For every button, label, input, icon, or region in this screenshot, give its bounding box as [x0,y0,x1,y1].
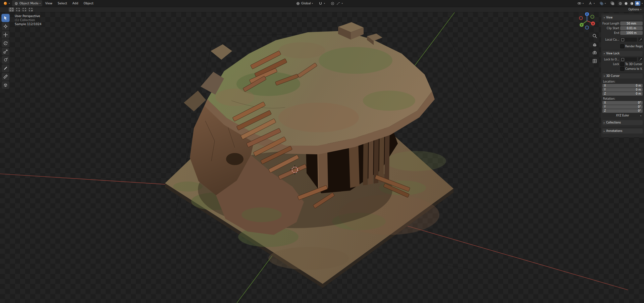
measure-ruler-icon [3,74,8,79]
editor-type-button[interactable]: ▾ [1,0,11,6]
camera-object-icon [621,38,624,41]
select-mode-set[interactable] [9,7,14,12]
lock-to-3d-cursor-checkbox[interactable] [620,62,624,66]
cursor-rotation-z-field[interactable]: Z 0° [602,109,643,113]
panel-view: ▾ View Focal Length 50 mm Clip Start 0.0… [602,14,643,50]
panel-title-annotations: Annotations [606,130,622,133]
proportional-editing-icon [330,1,335,6]
tool-cursor[interactable] [2,22,9,30]
chevron-right-icon: ▸ [604,121,605,124]
panel-header-view-lock[interactable]: ▾ View Lock [602,51,643,56]
axis-label: Y [604,88,606,91]
select-mode-intersect[interactable]: × [28,7,33,12]
render-region-checkbox[interactable] [620,44,624,48]
hand-icon [592,42,597,47]
gizmo-z-label: Z [586,13,588,16]
shading-solid-button[interactable] [624,1,629,6]
cursor-location-label: Location: [602,80,643,84]
panel-header-3d-cursor[interactable]: ▾ 3D Cursor [602,73,643,79]
panel-title-view-lock: View Lock [606,52,620,55]
proportional-falloff-icon [336,1,341,6]
pan-button[interactable] [592,41,598,47]
scale-icon [3,49,8,54]
clip-end-field[interactable]: 1000 m [620,31,643,35]
clip-start-field[interactable]: 0.01 m [620,26,643,30]
focal-length-label: Focal Length [602,22,619,25]
toolbar [2,14,9,89]
gizmo-x-neg-axis[interactable] [579,16,583,20]
tool-rotate[interactable] [2,39,9,47]
panel-header-annotations[interactable]: ▸ Annotations [602,129,643,134]
axis-value: 0 m [636,92,641,95]
eyedropper-button[interactable] [638,57,643,61]
panel-header-collections[interactable]: ▸ Collections [602,120,643,125]
panel-header-view[interactable]: ▾ View [602,15,643,20]
snap-toggle[interactable]: ▾ [317,0,327,6]
chevron-down-icon: ▾ [604,52,605,55]
select-mode-subtract[interactable]: − [21,7,27,12]
axis-value: 0° [638,109,641,112]
viewport-nav-controls [592,33,598,64]
object-data-icon [621,58,624,61]
object-visibility-dropdown[interactable]: ▾ [575,0,585,6]
eyedropper-button[interactable] [638,38,643,42]
chevron-down-icon[interactable]: ▾ [642,2,643,4]
select-mode-extend[interactable]: + [15,7,20,12]
cursor-rotation-x-field[interactable]: X 0° [602,101,643,105]
cursor-location-y-field[interactable]: Y 0 m [602,88,643,92]
cursor-location-z-field[interactable]: Z 0 m [602,92,643,96]
cursor-location-x-field[interactable]: X 0 m [602,84,643,88]
camera-view-button[interactable] [592,50,598,56]
focal-length-field[interactable]: 50 mm [620,21,643,26]
tool-scale[interactable] [2,48,9,55]
lock-to-object-field[interactable] [620,57,637,61]
menu-select[interactable]: Select [55,1,69,6]
gizmo-z-neg-axis[interactable] [585,26,589,29]
tool-measure[interactable] [2,73,9,81]
rotation-mode-dropdown[interactable]: XYZ Euler ▾ [602,113,643,118]
render-region-label: Render Region [625,45,643,48]
3d-viewport[interactable] [0,12,644,303]
tool-move[interactable] [2,31,9,39]
toggle-xray[interactable] [608,0,616,6]
local-camera-field[interactable] [620,38,637,42]
gizmo-x-label: X [592,22,594,25]
shading-rendered-button[interactable] [635,1,640,6]
add-cube-icon [3,83,8,87]
mode-selector[interactable]: Object Mode ▾ [12,0,42,6]
menu-object[interactable]: Object [81,1,96,6]
tool-transform[interactable] [2,56,9,64]
select-arrow-icon [3,16,8,20]
menu-view[interactable]: View [43,1,55,6]
eyedropper-icon [639,58,642,61]
menu-add[interactable]: Add [70,1,80,6]
tool-annotate[interactable] [2,64,9,72]
show-gizmos-toggle[interactable]: ▾ [586,0,596,6]
gizmo-y-neg-axis[interactable] [591,15,594,18]
cursor-icon [3,24,8,29]
annotate-pen-icon [3,66,8,70]
transform-orientation-dropdown[interactable]: Global ▾ [294,0,315,6]
show-overlays-toggle[interactable]: ▾ [597,0,607,6]
shading-wireframe-button[interactable] [618,1,623,6]
panel-annotations: ▸ Annotations [602,128,643,136]
chevron-down-icon: ▾ [604,75,605,78]
panel-view-lock: ▾ View Lock Lock to O... Lock To 3D Curs… [602,50,643,72]
cursor-rotation-y-field[interactable]: Y 0° [602,105,643,109]
viewport-info: User Perspective (1) Collection Sample 1… [15,14,42,26]
orthographic-toggle-button[interactable] [592,58,598,64]
shading-material-button[interactable] [629,1,635,6]
move-icon [3,33,8,37]
options-label: Options [628,8,639,11]
zoom-button[interactable] [592,33,598,39]
camera-to-view-checkbox[interactable] [620,67,624,71]
options-dropdown[interactable]: Options ▾ [628,8,641,11]
axis-value: 0 m [636,88,641,91]
proportional-editing-toggle[interactable]: ▾ [329,0,344,6]
navigation-gizmo[interactable]: Z X Y [578,11,596,32]
tool-tweak-select[interactable] [2,14,9,22]
object-mode-cube-icon [14,1,18,6]
chevron-down-icon: ▾ [324,2,325,4]
object-visibility-icon [577,1,582,6]
tool-add-cube[interactable] [2,81,9,89]
